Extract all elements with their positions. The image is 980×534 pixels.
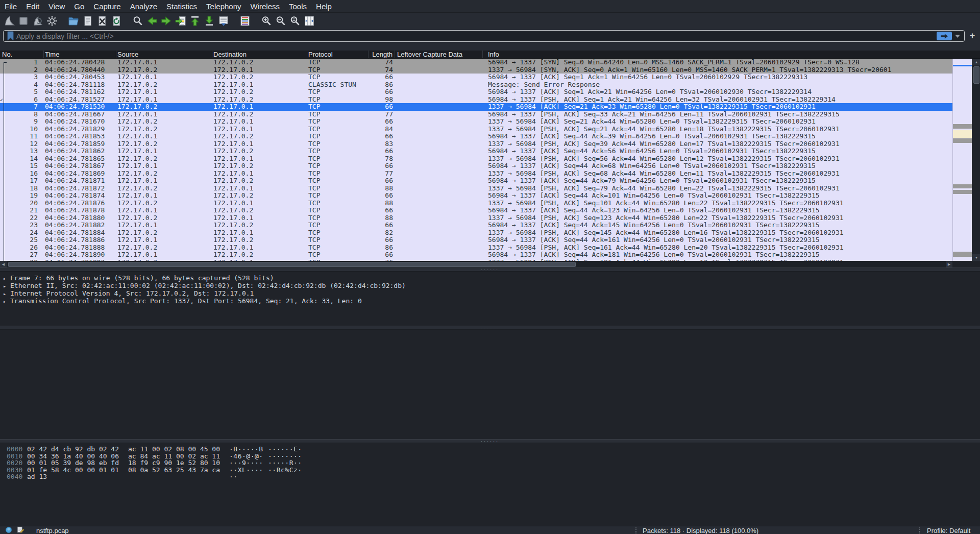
- packet-row[interactable]: 904:06:24.781670172.17.0.2172.17.0.1TCP6…: [0, 118, 952, 126]
- column-header-protocol[interactable]: Protocol: [307, 51, 369, 58]
- expand-arrow-icon[interactable]: ▸: [3, 298, 10, 305]
- vertical-scrollbar-thumb[interactable]: [973, 66, 979, 84]
- hex-row[interactable]: 0040ad 13··: [0, 473, 980, 480]
- packet-scroll-minimap[interactable]: [952, 59, 972, 261]
- column-header-leftover-capture-data[interactable]: Leftover Capture Data: [395, 51, 483, 58]
- packet-row[interactable]: 2004:06:24.781876172.17.0.2172.17.0.1TCP…: [0, 200, 952, 207]
- packet-row[interactable]: 1204:06:24.781859172.17.0.2172.17.0.1TCP…: [0, 140, 952, 148]
- filter-add-button[interactable]: +: [965, 31, 977, 41]
- menu-capture[interactable]: Capture: [89, 1, 125, 12]
- filter-dropdown-caret[interactable]: [955, 35, 960, 38]
- expand-arrow-icon[interactable]: ▸: [3, 275, 10, 282]
- splitter-details-middle[interactable]: ······: [0, 326, 980, 330]
- hex-row[interactable]: 000002 42 d4 cb 92 db 02 42ac 11 00 02 0…: [0, 446, 980, 453]
- toolbar-capture-options-button[interactable]: [45, 14, 59, 28]
- column-header-destination[interactable]: Destination: [212, 51, 307, 58]
- toolbar-resize-columns-button[interactable]: [302, 14, 316, 28]
- packet-row[interactable]: 504:06:24.781162172.17.0.1172.17.0.2TCP6…: [0, 88, 952, 96]
- column-header-info[interactable]: Info: [483, 51, 980, 58]
- packet-row[interactable]: ✓604:06:24.781527172.17.0.1172.17.0.2TCP…: [0, 96, 952, 104]
- menu-go[interactable]: Go: [69, 1, 89, 12]
- toolbar-auto-scroll-button[interactable]: [216, 14, 231, 28]
- packet-row[interactable]: 2504:06:24.781886172.17.0.1172.17.0.2TCP…: [0, 236, 952, 244]
- packet-row[interactable]: 704:06:24.781530172.17.0.2172.17.0.1TCP6…: [0, 103, 952, 111]
- statusbar-separator[interactable]: [635, 527, 636, 533]
- packet-row[interactable]: 2204:06:24.781880172.17.0.2172.17.0.1TCP…: [0, 214, 952, 222]
- toolbar-reload-file-button[interactable]: [109, 14, 124, 28]
- toolbar-stop-capture-button[interactable]: [16, 14, 31, 28]
- toolbar-go-back-button[interactable]: [145, 14, 159, 28]
- menu-analyze[interactable]: Analyze: [126, 1, 162, 12]
- profile-status[interactable]: Profile: Default: [927, 527, 970, 534]
- horizontal-scrollbar-thumb[interactable]: [8, 262, 576, 267]
- column-header-time[interactable]: Time: [44, 51, 116, 58]
- detail-line[interactable]: ▸Transmission Control Protocol, Src Port…: [0, 297, 980, 305]
- scroll-left-icon[interactable]: ◀: [0, 261, 7, 268]
- packet-row[interactable]: 1304:06:24.781862172.17.0.1172.17.0.2TCP…: [0, 148, 952, 155]
- hex-row[interactable]: 002000 01 05 39 de 98 eb fd18 f9 c9 90 1…: [0, 459, 980, 467]
- detail-line[interactable]: ▸Ethernet II, Src: 02:42:ac:11:00:02 (02…: [0, 282, 980, 289]
- scroll-down-icon[interactable]: ▼: [972, 254, 980, 261]
- packet-row[interactable]: 404:06:24.781118172.17.0.2172.17.0.1CLAS…: [0, 81, 952, 89]
- toolbar-restart-capture-button[interactable]: [31, 14, 45, 28]
- column-header-source[interactable]: Source: [116, 51, 212, 58]
- packet-row[interactable]: 1404:06:24.781865172.17.0.2172.17.0.1TCP…: [0, 155, 952, 163]
- filter-apply-button[interactable]: [937, 32, 952, 40]
- splitter-list-details[interactable]: ······: [0, 268, 980, 272]
- packet-row[interactable]: 2704:06:24.781890172.17.0.1172.17.0.2TCP…: [0, 251, 952, 259]
- display-filter-bar[interactable]: [3, 30, 965, 42]
- vertical-scrollbar[interactable]: ▲ ▼: [972, 59, 980, 261]
- packet-row[interactable]: 1904:06:24.781874172.17.0.1172.17.0.2TCP…: [0, 192, 952, 200]
- menu-view[interactable]: View: [44, 1, 69, 12]
- toolbar-find-packet-button[interactable]: [131, 14, 145, 28]
- packet-row[interactable]: 1704:06:24.781871172.17.0.1172.17.0.2TCP…: [0, 177, 952, 185]
- packet-row[interactable]: 1504:06:24.781867172.17.0.1172.17.0.2TCP…: [0, 162, 952, 170]
- toolbar-go-to-top-button[interactable]: [188, 14, 202, 28]
- menu-wireless[interactable]: Wireless: [246, 1, 285, 12]
- toolbar-go-forward-button[interactable]: [159, 14, 174, 28]
- expand-arrow-icon[interactable]: ▸: [3, 282, 10, 290]
- scroll-right-icon[interactable]: ▶: [946, 261, 952, 268]
- scroll-up-icon[interactable]: ▲: [972, 59, 980, 65]
- packet-row[interactable]: 2104:06:24.781878172.17.0.1172.17.0.2TCP…: [0, 207, 952, 214]
- packet-row[interactable]: 804:06:24.781667172.17.0.1172.17.0.2TCP7…: [0, 111, 952, 118]
- packet-row[interactable]: 2604:06:24.781888172.17.0.2172.17.0.1TCP…: [0, 244, 952, 252]
- packet-row[interactable]: 304:06:24.780453172.17.0.1172.17.0.2TCP6…: [0, 74, 952, 81]
- column-header-length[interactable]: Length: [369, 51, 395, 58]
- capture-filename[interactable]: nstftp.pcap: [36, 527, 69, 534]
- detail-line[interactable]: ▸Frame 7: 66 bytes on wire (528 bits), 6…: [0, 274, 980, 282]
- packet-row[interactable]: 1804:06:24.781872172.17.0.2172.17.0.1TCP…: [0, 185, 952, 192]
- hex-row[interactable]: 003001 fe 58 4c 00 00 01 0108 0a 52 63 2…: [0, 467, 980, 474]
- expand-arrow-icon[interactable]: ▸: [3, 290, 10, 298]
- toolbar-open-file-button[interactable]: [66, 14, 81, 28]
- toolbar-go-to-packet-button[interactable]: [174, 14, 188, 28]
- column-header-no[interactable]: No.: [0, 51, 44, 58]
- horizontal-scrollbar[interactable]: ◀ ▶: [0, 261, 952, 268]
- packet-row[interactable]: 1104:06:24.781853172.17.0.1172.17.0.2TCP…: [0, 133, 952, 140]
- toolbar-go-to-bottom-button[interactable]: [202, 14, 216, 28]
- expert-info-icon[interactable]: [5, 526, 17, 534]
- packet-row[interactable]: 2304:06:24.781882172.17.0.1172.17.0.2TCP…: [0, 222, 952, 229]
- menu-file[interactable]: File: [0, 1, 21, 12]
- packet-row[interactable]: 2404:06:24.781884172.17.0.2172.17.0.1TCP…: [0, 229, 952, 237]
- toolbar-colorize-button[interactable]: [238, 14, 252, 28]
- toolbar-start-capture-button[interactable]: [2, 14, 16, 28]
- menu-help[interactable]: Help: [311, 1, 336, 12]
- packet-row[interactable]: 104:06:24.780428172.17.0.1172.17.0.2TCP7…: [0, 59, 952, 66]
- menu-edit[interactable]: Edit: [21, 1, 44, 12]
- toolbar-save-file-button[interactable]: [81, 14, 95, 28]
- capture-comment-icon[interactable]: [17, 526, 29, 534]
- packet-row[interactable]: 1604:06:24.781869172.17.0.2172.17.0.1TCP…: [0, 170, 952, 178]
- toolbar-zoom-in-button[interactable]: [259, 14, 274, 28]
- toolbar-zoom-original-button[interactable]: [288, 14, 302, 28]
- menu-telephony[interactable]: Telephony: [202, 1, 246, 12]
- filter-bookmark-icon[interactable]: [7, 31, 14, 41]
- hex-row[interactable]: 001000 34 36 1a 40 00 40 06ac 84 ac 11 0…: [0, 453, 980, 460]
- menu-statistics[interactable]: Statistics: [162, 1, 202, 12]
- toolbar-zoom-out-button[interactable]: [274, 14, 288, 28]
- packet-row[interactable]: 204:06:24.780440172.17.0.2172.17.0.1TCP7…: [0, 66, 952, 74]
- detail-line[interactable]: ▸Internet Protocol Version 4, Src: 172.1…: [0, 289, 980, 297]
- statusbar-separator[interactable]: [919, 527, 920, 533]
- menu-tools[interactable]: Tools: [284, 1, 311, 12]
- filter-input[interactable]: [16, 32, 937, 40]
